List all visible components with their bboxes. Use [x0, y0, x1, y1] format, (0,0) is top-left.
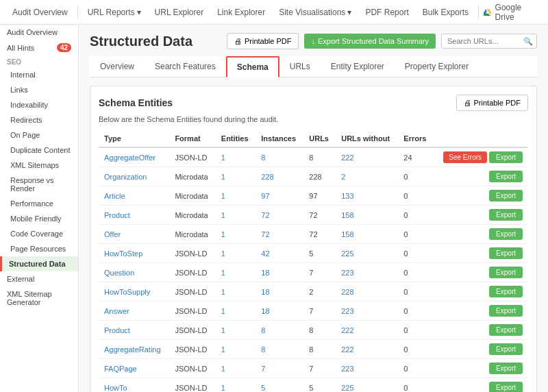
cell-format: JSON-LD [169, 244, 215, 263]
sidebar-item-duplicate-content[interactable]: Duplicate Content [0, 143, 78, 158]
cell-entities: 1 [216, 147, 256, 167]
tab-urls[interactable]: URLs [279, 56, 321, 77]
cell-actions: See Errors Export [434, 147, 528, 167]
cell-type: HowTo [99, 378, 169, 393]
sidebar-item-structured-data[interactable]: Structured Data [0, 256, 78, 271]
export-button[interactable]: Export [489, 324, 523, 336]
export-button[interactable]: Export [489, 363, 523, 374]
type-link[interactable]: Question [104, 269, 134, 277]
tab-search-features[interactable]: Search Features [145, 56, 226, 77]
export-button[interactable]: Export [489, 343, 523, 355]
cell-type: Answer [99, 302, 169, 321]
export-button[interactable]: Export [489, 305, 523, 317]
cell-urls: 2 [303, 282, 336, 302]
see-errors-button[interactable]: See Errors [443, 151, 487, 163]
cell-urls-without: 222 [336, 147, 398, 167]
sidebar-item-all-hints[interactable]: All Hints 42 [0, 40, 78, 56]
cell-format: JSON-LD [169, 378, 215, 393]
nav-pdf-report[interactable]: PDF Report [360, 5, 414, 20]
schema-description: Below are the Schema Entities found duri… [99, 115, 528, 123]
tab-overview[interactable]: Overview [90, 56, 145, 77]
nav-audit-overview[interactable]: Audit Overview [7, 5, 73, 20]
export-button[interactable]: Export [489, 247, 523, 259]
nav-bulk-exports[interactable]: Bulk Exports [417, 5, 474, 20]
sidebar-item-redirects[interactable]: Redirects [0, 112, 78, 127]
type-link[interactable]: HowToStep [104, 249, 142, 258]
sidebar-item-xml-sitemap-generator[interactable]: XML Sitemap Generator [0, 286, 78, 310]
cell-type: Product [99, 206, 169, 225]
type-link[interactable]: FAQPage [104, 365, 137, 373]
type-link[interactable]: Article [104, 192, 125, 200]
export-button[interactable]: Export [489, 209, 523, 221]
cell-errors: 0 [398, 263, 433, 282]
export-button[interactable]: Export [489, 286, 523, 297]
type-link[interactable]: HowTo [104, 384, 127, 392]
export-button[interactable]: Export [489, 151, 523, 163]
cell-instances: 8 [256, 321, 303, 340]
type-link[interactable]: AggregateOffer [104, 154, 155, 162]
cell-urls: 8 [303, 340, 336, 359]
cell-instances: 72 [256, 225, 303, 244]
sidebar-item-on-page[interactable]: On Page [0, 127, 78, 143]
search-input[interactable] [441, 34, 537, 49]
print-pdf-button-2[interactable]: 🖨 Printable PDF [456, 95, 528, 111]
export-button[interactable]: Export [489, 228, 523, 240]
sidebar-item-internal[interactable]: Internal [0, 67, 78, 82]
sidebar-item-external[interactable]: External [0, 271, 78, 286]
export-button[interactable]: Export [489, 382, 523, 392]
export-button[interactable]: Export [489, 190, 523, 201]
cell-urls: 8 [303, 321, 336, 340]
table-row: Product Microdata 1 72 72 158 0 Export [99, 206, 528, 225]
cell-urls: 228 [303, 167, 336, 186]
col-urls-without: URLs without [336, 130, 398, 147]
type-link[interactable]: Answer [104, 307, 129, 315]
cell-urls-without: 2 [336, 167, 398, 186]
nav-url-explorer[interactable]: URL Explorer [149, 5, 210, 20]
cell-entities: 1 [216, 378, 256, 393]
cell-format: JSON-LD [169, 359, 215, 378]
tab-schema[interactable]: Schema [226, 56, 279, 77]
sidebar: Audit Overview All Hints 42 SEO Internal… [0, 25, 79, 392]
col-instances: Instances [256, 130, 303, 147]
nav-link-explorer[interactable]: Link Explorer [212, 5, 271, 20]
cell-instances: 18 [256, 282, 303, 302]
sidebar-header[interactable]: Audit Overview [0, 25, 78, 40]
type-link[interactable]: Product [104, 211, 130, 219]
export-button[interactable]: Export [489, 171, 523, 182]
export-button[interactable]: Export [489, 267, 523, 278]
sidebar-item-indexability[interactable]: Indexability [0, 97, 78, 112]
table-row: Offer Microdata 1 72 72 158 0 Export [99, 225, 528, 244]
tab-entity-explorer[interactable]: Entity Explorer [321, 56, 395, 77]
nav-url-reports[interactable]: URL Reports ▾ [82, 5, 147, 20]
type-link[interactable]: HowToSupply [104, 288, 150, 296]
cell-errors: 0 [398, 206, 433, 225]
print-pdf-button[interactable]: 🖨 Printable PDF [227, 33, 299, 49]
tab-property-explorer[interactable]: Property Explorer [395, 56, 479, 77]
cell-errors: 0 [398, 186, 433, 206]
sidebar-item-mobile-friendly[interactable]: Mobile Friendly [0, 211, 78, 226]
google-drive-link[interactable]: Google Drive [483, 3, 541, 22]
sidebar-item-links[interactable]: Links [0, 82, 78, 97]
export-summary-button[interactable]: ↓ Export Structured Data Summary [304, 34, 436, 49]
cell-actions: Export [434, 321, 528, 340]
type-link[interactable]: Organization [104, 173, 147, 181]
cell-urls: 72 [303, 225, 336, 244]
cell-entities: 1 [216, 263, 256, 282]
table-row: Product JSON-LD 1 8 8 222 0 Export [99, 321, 528, 340]
cell-instances: 5 [256, 378, 303, 393]
sidebar-item-page-resources[interactable]: Page Resources [0, 241, 78, 256]
type-link[interactable]: Offer [104, 230, 121, 238]
sidebar-item-code-coverage[interactable]: Code Coverage [0, 226, 78, 241]
type-link[interactable]: AggregateRating [104, 345, 161, 354]
cell-entities: 1 [216, 225, 256, 244]
sidebar-item-xml-sitemaps[interactable]: XML Sitemaps [0, 158, 78, 173]
sidebar-item-performance[interactable]: Performance [0, 196, 78, 211]
type-link[interactable]: Product [104, 326, 130, 334]
sidebar-item-response-vs-render[interactable]: Response vs Render [0, 173, 78, 196]
cell-urls: 8 [303, 147, 336, 167]
cell-instances: 228 [256, 167, 303, 186]
cell-type: Product [99, 321, 169, 340]
cell-format: JSON-LD [169, 263, 215, 282]
nav-site-visualisations[interactable]: Site Visualisations ▾ [273, 5, 357, 20]
cell-type: FAQPage [99, 359, 169, 378]
